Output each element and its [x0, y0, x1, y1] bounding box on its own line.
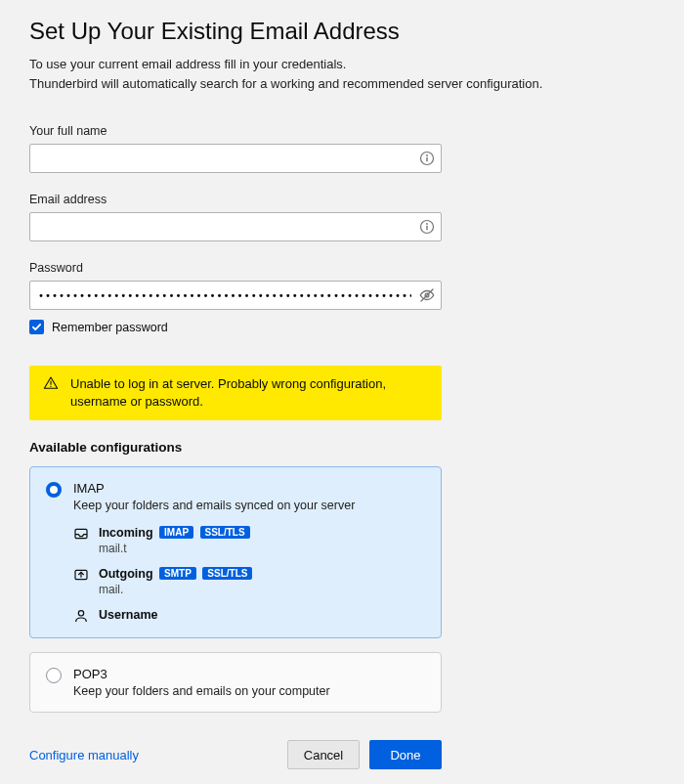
svg-rect-2: [426, 157, 427, 162]
username-row: Username: [73, 608, 425, 624]
page-subtitle: To use your current email address fill i…: [29, 55, 655, 93]
config-option-imap[interactable]: IMAP Keep your folders and emails synced…: [29, 466, 442, 638]
available-configs-title: Available configurations: [29, 440, 655, 455]
svg-point-4: [426, 223, 428, 225]
radio-unselected-icon: [46, 668, 62, 683]
outgoing-label: Outgoing: [99, 567, 153, 581]
config-imap-desc: Keep your folders and emails synced on y…: [73, 499, 425, 512]
incoming-security-tag: SSL/TLS: [200, 526, 250, 539]
configure-manually-link[interactable]: Configure manually: [29, 748, 139, 762]
error-alert: Unable to log in at server. Probably wro…: [29, 366, 442, 420]
info-icon[interactable]: [418, 150, 436, 167]
svg-point-13: [78, 611, 83, 616]
full-name-input[interactable]: [29, 144, 442, 173]
done-button[interactable]: Done: [369, 740, 442, 769]
incoming-host: mail.t: [99, 542, 250, 555]
checkbox-checked-icon: [29, 320, 44, 334]
svg-point-9: [50, 386, 51, 387]
outgoing-host: mail.: [99, 583, 252, 596]
info-icon[interactable]: [418, 218, 436, 236]
error-alert-text: Unable to log in at server. Probably wro…: [70, 375, 428, 411]
incoming-proto-tag: IMAP: [159, 526, 193, 539]
config-pop3-desc: Keep your folders and emails on your com…: [73, 684, 425, 698]
password-label: Password: [29, 261, 655, 275]
config-option-pop3[interactable]: POP3 Keep your folders and emails on you…: [29, 652, 442, 713]
eye-off-icon[interactable]: [418, 286, 436, 304]
outgoing-security-tag: SSL/TLS: [202, 567, 252, 580]
subtitle-line1: To use your current email address fill i…: [29, 57, 346, 71]
full-name-label: Your full name: [29, 124, 655, 138]
incoming-server-row: Incoming IMAP SSL/TLS mail.t: [73, 526, 425, 555]
radio-selected-icon: [46, 482, 62, 498]
outgoing-server-row: Outgoing SMTP SSL/TLS mail.: [73, 567, 425, 596]
warning-icon: [43, 375, 59, 391]
outbox-icon: [73, 567, 89, 583]
page-title: Set Up Your Existing Email Address: [29, 18, 655, 45]
remember-password-label: Remember password: [52, 321, 168, 334]
inbox-icon: [73, 526, 89, 542]
username-label: Username: [99, 608, 157, 622]
email-label: Email address: [29, 193, 655, 206]
config-pop3-name: POP3: [73, 667, 425, 681]
incoming-label: Incoming: [99, 526, 153, 540]
user-icon: [73, 608, 89, 624]
cancel-button[interactable]: Cancel: [287, 740, 360, 769]
outgoing-proto-tag: SMTP: [159, 567, 196, 580]
email-input[interactable]: [29, 212, 442, 241]
config-imap-name: IMAP: [73, 481, 425, 496]
svg-point-1: [426, 154, 428, 156]
password-input[interactable]: [29, 281, 442, 310]
svg-rect-5: [426, 226, 427, 231]
subtitle-line2: Thunderbird will automatically search fo…: [29, 76, 542, 91]
remember-password-checkbox[interactable]: Remember password: [29, 320, 655, 334]
